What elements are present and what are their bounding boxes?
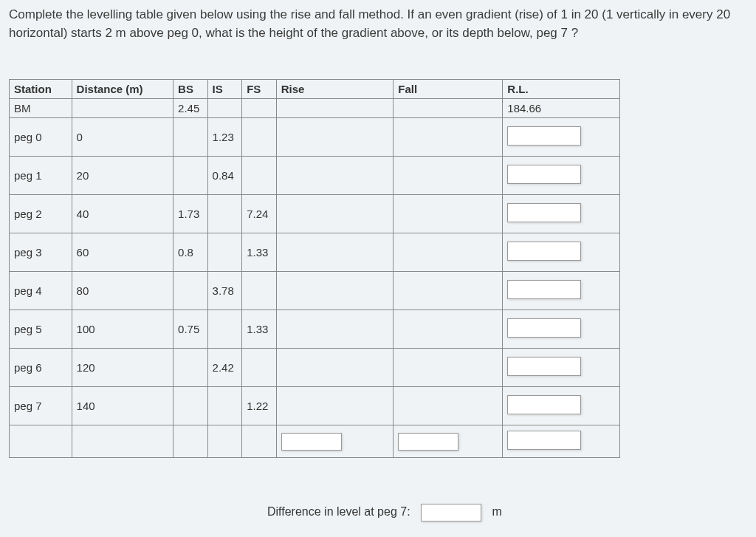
cell-distance: 0 — [72, 118, 173, 157]
cell-rise — [276, 195, 394, 233]
footer-unit: m — [492, 506, 502, 519]
cell-rise — [276, 118, 394, 157]
cell-fs: 7.24 — [242, 195, 277, 233]
table-row: peg 61202.42 — [10, 349, 620, 387]
rl-input[interactable] — [507, 357, 581, 376]
table-row: peg 4803.78 — [10, 272, 620, 310]
cell-fs: 1.33 — [242, 233, 277, 272]
cell-fall — [394, 387, 503, 425]
cell-fall — [394, 195, 503, 233]
cell-is: 0.84 — [207, 157, 242, 195]
table-row: peg 3600.81.33 — [10, 233, 620, 272]
fall-input[interactable] — [398, 433, 458, 451]
cell-rise — [276, 99, 394, 118]
cell-rl — [503, 425, 620, 458]
cell-is — [207, 310, 242, 349]
footer-question: Difference in level at peg 7: m — [9, 504, 747, 521]
cell-is — [207, 387, 242, 425]
rl-input[interactable] — [507, 280, 581, 299]
cell-rl — [503, 387, 620, 425]
cell-bs — [173, 349, 208, 387]
cell-bs — [173, 387, 208, 425]
cell-rl — [503, 195, 620, 233]
cell-rise — [276, 310, 394, 349]
cell-distance — [72, 99, 173, 118]
cell-is: 1.23 — [207, 118, 242, 157]
table-row: BM2.45184.66 — [10, 99, 620, 118]
cell-distance: 40 — [72, 195, 173, 233]
cell-rl — [503, 118, 620, 157]
cell-rl: 184.66 — [503, 99, 620, 118]
cell-is — [207, 99, 242, 118]
cell-rise — [276, 425, 394, 458]
header-fall: Fall — [394, 80, 503, 99]
cell-fall — [394, 349, 503, 387]
rl-input[interactable] — [507, 203, 581, 222]
cell-station: peg 5 — [10, 310, 72, 349]
difference-input[interactable] — [421, 504, 481, 521]
table-row: peg 2401.737.24 — [10, 195, 620, 233]
cell-rise — [276, 272, 394, 310]
header-is: IS — [207, 80, 242, 99]
cell-rl — [503, 157, 620, 195]
cell-station: peg 7 — [10, 387, 72, 425]
cell-bs: 0.8 — [173, 233, 208, 272]
cell-is — [207, 425, 242, 458]
cell-fall — [394, 99, 503, 118]
table-row — [10, 425, 620, 458]
rl-input[interactable] — [507, 431, 581, 450]
cell-rise — [276, 387, 394, 425]
cell-distance — [72, 425, 173, 458]
cell-distance: 140 — [72, 387, 173, 425]
rise-input[interactable] — [281, 433, 342, 451]
cell-bs — [173, 425, 208, 458]
table-header-row: Station Distance (m) BS IS FS Rise Fall … — [10, 80, 620, 99]
cell-fs — [242, 349, 277, 387]
rl-input[interactable] — [507, 395, 581, 414]
cell-fall — [394, 272, 503, 310]
cell-distance: 80 — [72, 272, 173, 310]
header-fs: FS — [242, 80, 277, 99]
cell-fs — [242, 272, 277, 310]
cell-distance: 120 — [72, 349, 173, 387]
cell-bs: 1.73 — [173, 195, 208, 233]
cell-bs: 2.45 — [173, 99, 208, 118]
cell-rise — [276, 233, 394, 272]
rl-input[interactable] — [507, 126, 581, 146]
cell-station: peg 4 — [10, 272, 72, 310]
table-row: peg 71401.22 — [10, 387, 620, 425]
cell-station: peg 2 — [10, 195, 72, 233]
rl-input[interactable] — [507, 165, 581, 184]
rl-input[interactable] — [507, 318, 581, 338]
header-rise: Rise — [276, 80, 394, 99]
cell-fs — [242, 118, 277, 157]
cell-distance: 100 — [72, 310, 173, 349]
cell-station — [10, 425, 72, 458]
cell-fall — [394, 425, 503, 458]
header-bs: BS — [173, 80, 208, 99]
levelling-table: Station Distance (m) BS IS FS Rise Fall … — [9, 79, 620, 458]
cell-is — [207, 233, 242, 272]
cell-rise — [276, 349, 394, 387]
table-row: peg 1200.84 — [10, 157, 620, 195]
cell-fall — [394, 157, 503, 195]
table-row: peg 001.23 — [10, 118, 620, 157]
cell-fs: 1.22 — [242, 387, 277, 425]
header-station: Station — [10, 80, 72, 99]
cell-is: 3.78 — [207, 272, 242, 310]
footer-label: Difference in level at peg 7: — [267, 506, 410, 519]
question-text: Complete the levelling table given below… — [9, 6, 747, 42]
cell-rl — [503, 349, 620, 387]
header-rl: R.L. — [503, 80, 620, 99]
cell-station: peg 0 — [10, 118, 72, 157]
cell-rise — [276, 157, 394, 195]
cell-fs — [242, 157, 277, 195]
cell-fall — [394, 233, 503, 272]
cell-station: BM — [10, 99, 72, 118]
cell-bs — [173, 272, 208, 310]
cell-station: peg 6 — [10, 349, 72, 387]
cell-rl — [503, 310, 620, 349]
rl-input[interactable] — [507, 242, 581, 261]
cell-fs — [242, 99, 277, 118]
cell-bs — [173, 118, 208, 157]
